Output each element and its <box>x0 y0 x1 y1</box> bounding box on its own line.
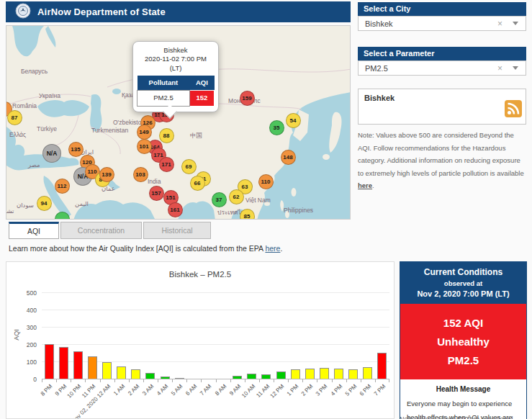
chart-bar <box>291 369 300 379</box>
chart-bar <box>276 371 286 379</box>
aqi-marker[interactable]: 171 <box>159 157 174 172</box>
aqi-marker[interactable]: 101 <box>137 139 152 154</box>
chart-bar <box>261 374 271 379</box>
city-select[interactable]: Bishkek × <box>358 16 526 31</box>
map[interactable]: БеларусьУкраїнаRomâniaΕλλάςTürkiyeمصرسود… <box>6 25 351 220</box>
aqi-marker[interactable]: 94 <box>37 196 52 211</box>
sidebar-note-link[interactable]: here <box>358 181 372 189</box>
map-popup: Bishkek 2020-11-02 7:00 PM (LT) Pollutan… <box>132 41 219 112</box>
chart-xtick <box>100 379 101 382</box>
chart-bar <box>45 344 54 379</box>
chart-bar <box>175 378 184 379</box>
chart-bar <box>131 369 140 379</box>
chart-xtick <box>274 379 274 382</box>
cc-aqi-pollutant: PM2.5 <box>400 351 526 370</box>
chart-bar <box>145 373 155 379</box>
tab-historical[interactable]: Historical <box>143 222 211 239</box>
chart-bar <box>348 369 358 379</box>
learn-more-suffix: . <box>280 244 282 253</box>
aqi-marker[interactable]: 110 <box>258 174 274 189</box>
aqi-marker[interactable]: 157 <box>149 186 164 201</box>
learn-more-text: Learn more about how the Air Quality Ind… <box>9 244 282 253</box>
aqi-marker[interactable]: 62 <box>229 189 244 204</box>
chart-ytick-label: 200 <box>15 341 37 348</box>
parameter-clear-icon[interactable]: × <box>497 63 502 73</box>
chart-xtick <box>129 379 130 382</box>
aqi-marker[interactable]: 112 <box>55 179 70 194</box>
tab-aqi[interactable]: AQI <box>9 222 59 239</box>
chart-bar <box>377 353 387 379</box>
aqi-marker[interactable]: 148 <box>281 150 296 165</box>
chart-bar <box>305 369 315 379</box>
aqi-marker[interactable]: 135 <box>68 142 84 157</box>
cc-aqi-category: Unhealthy <box>400 333 526 351</box>
map-country-label: 中国 <box>190 132 202 140</box>
epa-link[interactable]: here <box>265 244 280 253</box>
learn-more-prefix: Learn more about how the Air Quality Ind… <box>9 244 265 253</box>
aqi-marker[interactable]: 88 <box>159 128 174 143</box>
map-country-label: Ελλάς <box>9 131 26 138</box>
chart-gridline <box>42 292 389 293</box>
current-conditions-panel: Current Conditions observed at Nov 2, 20… <box>400 261 527 419</box>
chart-xtick <box>302 379 303 382</box>
map-country-label: مصر <box>28 161 40 168</box>
rss-icon[interactable] <box>505 100 522 120</box>
aqi-marker[interactable]: 87 <box>7 110 22 125</box>
aqi-marker[interactable]: 85 <box>240 209 255 220</box>
chart-bar <box>102 362 112 379</box>
select-city-header: Select a City <box>358 2 526 16</box>
popup-aqi-value: 152 <box>189 91 214 106</box>
aqi-marker[interactable]: 35 <box>269 120 284 135</box>
popup-table: Pollutant AQI PM2.5 152 <box>137 76 215 107</box>
aqi-marker[interactable]: 149 <box>137 125 152 140</box>
city-caret-icon[interactable] <box>513 22 518 25</box>
aqi-marker[interactable]: 66 <box>190 176 205 191</box>
chart-title: Bishkek – PM2.5 <box>6 270 394 279</box>
aqi-marker[interactable]: 159 <box>240 91 255 106</box>
feed-box: Bishkek <box>358 89 526 125</box>
aqi-marker[interactable]: 54 <box>286 113 301 128</box>
map-country-label: Беларусь <box>21 68 48 75</box>
map-country-label: Türkiye <box>37 125 57 132</box>
chart-bar <box>363 367 372 379</box>
city-clear-icon[interactable]: × <box>497 19 502 29</box>
chart-xtick <box>389 379 389 382</box>
chart-bar <box>247 374 256 379</box>
tab-bar: AQI Concentration Historical <box>9 222 211 239</box>
chart-bar <box>320 368 329 379</box>
parameter-select[interactable]: PM2.5 × <box>358 60 526 76</box>
chart-bar <box>59 347 68 379</box>
chart-xtick <box>56 379 57 382</box>
chart-plot: 8 PM9 PM10 PM11 PMNov 02, 2020 12 AM1 AM… <box>42 292 389 379</box>
chart-xtick <box>346 379 347 382</box>
aqi-marker[interactable]: 69 <box>181 159 197 174</box>
aqi-marker[interactable]: 37 <box>212 192 227 207</box>
chart-bar <box>233 376 242 379</box>
chart-xtick <box>172 379 173 382</box>
chart-xtick <box>85 379 86 382</box>
popup-pollutant-value: PM2.5 <box>137 91 190 106</box>
cc-note: Note: Values above 500 are considered Be… <box>400 415 527 419</box>
chart-bar <box>73 351 83 379</box>
aqi-marker[interactable]: 103 <box>133 167 148 182</box>
aqi-marker[interactable]: N/A <box>42 144 61 163</box>
chart-xtick <box>375 379 376 382</box>
cc-aqi-block: 152 AQI Unhealthy PM2.5 <box>400 304 526 379</box>
chart-xtick <box>288 379 289 382</box>
chart-xtick <box>186 379 187 382</box>
popup-city: Bishkek <box>137 46 215 55</box>
chart-xtick <box>332 379 333 382</box>
map-country-label: Philippines <box>284 207 313 214</box>
chart-ytick-label: 400 <box>15 307 37 314</box>
tab-concentration[interactable]: Concentration <box>60 222 142 239</box>
parameter-caret-icon[interactable] <box>513 66 518 70</box>
chart-xtick <box>201 379 202 382</box>
chart-ytick-label: 300 <box>15 324 37 331</box>
chart-bar <box>117 366 126 379</box>
sidebar-note-suffix: . <box>372 181 374 189</box>
aqi-marker[interactable]: 139 <box>99 167 114 182</box>
aqi-marker[interactable]: 161 <box>168 202 183 217</box>
current-conditions-header: Current Conditions observed at Nov 2, 20… <box>400 262 526 304</box>
chart-xtick <box>317 379 317 382</box>
chart-xtick <box>143 379 144 382</box>
